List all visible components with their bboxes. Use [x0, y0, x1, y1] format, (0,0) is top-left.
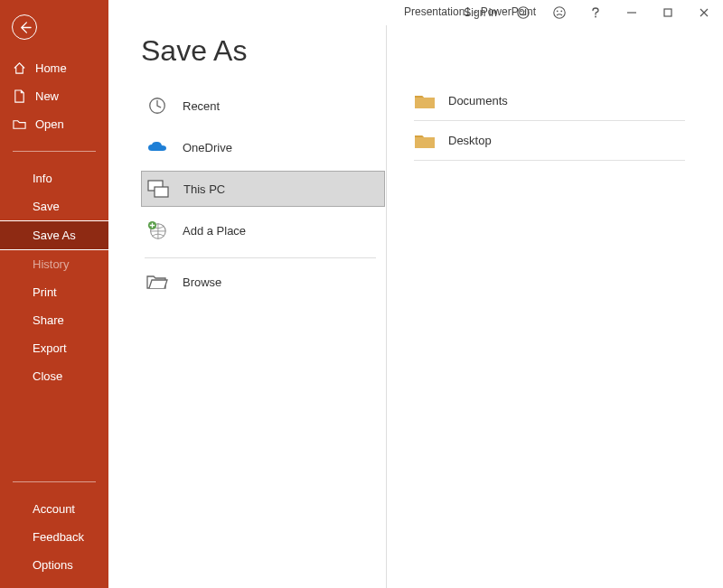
- sign-in-link[interactable]: Sign in: [464, 6, 497, 19]
- sidebar-save[interactable]: Save: [0, 192, 108, 220]
- svg-point-0: [518, 7, 529, 18]
- svg-point-4: [557, 10, 559, 12]
- sidebar-open[interactable]: Open: [0, 110, 108, 138]
- title-bar: Presentation1 - PowerPoint Sign in: [217, 0, 723, 25]
- main-area: Presentation1 - PowerPoint Sign in: [108, 0, 723, 588]
- folder-icon: [414, 133, 434, 149]
- place-label: OneDrive: [183, 141, 232, 154]
- minimize-icon: [624, 5, 639, 20]
- svg-point-5: [560, 10, 562, 12]
- sidebar-home[interactable]: Home: [0, 54, 108, 82]
- sidebar-options[interactable]: Options: [0, 551, 108, 579]
- face-smile-button[interactable]: [508, 2, 539, 23]
- sidebar-label: Info: [33, 172, 52, 185]
- sidebar-label: Save: [33, 200, 60, 213]
- place-label: Add a Place: [183, 224, 246, 238]
- sidebar-info[interactable]: Info: [0, 164, 108, 192]
- place-onedrive[interactable]: OneDrive: [141, 129, 385, 165]
- help-icon: [588, 5, 603, 20]
- face-frown-icon: [552, 5, 567, 20]
- close-button[interactable]: [689, 2, 719, 23]
- help-button[interactable]: [580, 2, 611, 23]
- sidebar-label: Print: [33, 285, 57, 299]
- sidebar-label: New: [35, 89, 59, 103]
- sidebar-export[interactable]: Export: [0, 334, 108, 362]
- back-arrow-icon: [18, 21, 32, 34]
- open-folder-icon: [13, 117, 26, 131]
- sidebar-history: History: [0, 250, 108, 278]
- maximize-button[interactable]: [653, 2, 683, 23]
- locations-column: Documents Desktop: [387, 25, 723, 588]
- places-separator: [145, 257, 376, 258]
- location-label: Documents: [448, 94, 508, 107]
- place-label: Browse: [183, 275, 221, 289]
- place-label: Recent: [183, 99, 220, 113]
- sidebar-label: Save As: [33, 229, 76, 242]
- sidebar-label: Close: [33, 369, 62, 383]
- place-label: This PC: [183, 182, 225, 196]
- place-this-pc[interactable]: This PC: [141, 171, 385, 207]
- sidebar-label: Home: [35, 61, 67, 75]
- sidebar-label: Share: [33, 313, 64, 327]
- face-smile-icon: [516, 5, 531, 20]
- svg-point-2: [524, 10, 526, 12]
- sidebar-close[interactable]: Close: [0, 362, 108, 390]
- sidebar-separator: [13, 151, 96, 152]
- svg-point-6: [595, 16, 596, 18]
- back-button[interactable]: [12, 14, 37, 40]
- recent-icon: [146, 96, 168, 116]
- this-pc-icon: [147, 179, 169, 199]
- backstage-sidebar: Home New Open Info Save Save As History …: [0, 0, 108, 588]
- svg-rect-8: [664, 9, 671, 16]
- add-place-icon: [146, 220, 168, 240]
- close-icon: [697, 5, 711, 20]
- sidebar-label: History: [33, 257, 69, 271]
- location-label: Desktop: [448, 134, 492, 147]
- page-title: Save As: [141, 34, 386, 68]
- maximize-icon: [661, 5, 675, 20]
- sidebar-share[interactable]: Share: [0, 306, 108, 334]
- sidebar-label: Feedback: [33, 530, 84, 544]
- onedrive-icon: [146, 137, 168, 157]
- home-icon: [13, 61, 26, 75]
- face-frown-button[interactable]: [544, 2, 575, 23]
- sidebar-feedback[interactable]: Feedback: [0, 523, 108, 551]
- sidebar-label: Open: [35, 117, 64, 131]
- browse-folder-icon: [146, 272, 168, 292]
- sidebar-label: Account: [33, 502, 75, 516]
- place-browse[interactable]: Browse: [141, 264, 385, 300]
- sidebar-print[interactable]: Print: [0, 278, 108, 306]
- folder-icon: [414, 93, 434, 109]
- sidebar-label: Options: [33, 558, 73, 572]
- sidebar-new[interactable]: New: [0, 82, 108, 110]
- svg-point-3: [554, 7, 565, 18]
- new-file-icon: [13, 89, 26, 103]
- location-desktop[interactable]: Desktop: [414, 121, 685, 161]
- location-documents[interactable]: Documents: [414, 81, 685, 121]
- sidebar-label: Export: [33, 341, 67, 355]
- svg-point-1: [521, 10, 522, 12]
- places-column: Save As Recent OneDrive This PC Add a Pl…: [108, 25, 387, 588]
- svg-rect-11: [155, 187, 168, 197]
- place-add-a-place[interactable]: Add a Place: [141, 212, 385, 248]
- sidebar-account[interactable]: Account: [0, 495, 108, 523]
- minimize-button[interactable]: [616, 2, 647, 23]
- sidebar-save-as[interactable]: Save As: [0, 220, 108, 250]
- place-recent[interactable]: Recent: [141, 88, 385, 124]
- sidebar-separator: [13, 481, 96, 482]
